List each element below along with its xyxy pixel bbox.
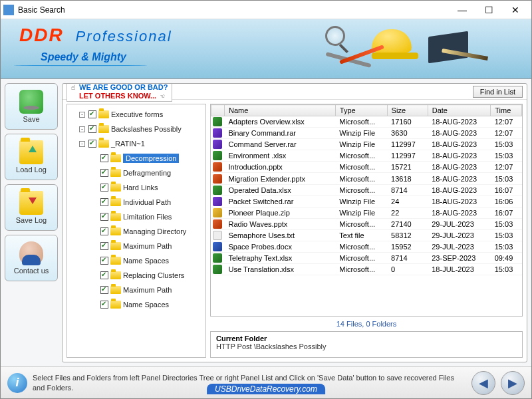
folder-icon bbox=[110, 198, 121, 206]
table-row[interactable]: Operated Data.xlsxMicrosoft...871418-AUG… bbox=[211, 184, 522, 196]
col-icon[interactable] bbox=[211, 105, 225, 116]
current-folder-title: Current Folder bbox=[216, 334, 517, 342]
folder-icon bbox=[110, 301, 121, 309]
tree-label: Decompression bbox=[123, 154, 179, 163]
close-button[interactable]: ✕ bbox=[502, 1, 529, 19]
checkbox[interactable] bbox=[100, 257, 108, 265]
tree-label: Hard Links bbox=[123, 184, 158, 192]
tree-item[interactable]: -_RATIN~1 bbox=[67, 136, 205, 151]
rating-banner[interactable]: ☝ WE ARE GOOD OR BAD? LET OTHERS KNOW...… bbox=[66, 83, 172, 102]
tree-item[interactable]: Maximum Path bbox=[67, 283, 205, 297]
tree-item[interactable]: Replacing Clusters bbox=[67, 268, 205, 283]
expand-icon[interactable]: - bbox=[79, 126, 85, 132]
tree-item[interactable]: Name Spaces bbox=[67, 253, 205, 268]
col-date[interactable]: Date bbox=[428, 105, 491, 116]
cell-type: Microsoft... bbox=[335, 173, 387, 184]
table-row[interactable]: Migration Extender.pptxMicrosoft...13618… bbox=[211, 173, 522, 184]
cell-date: 18-AUG-2023 bbox=[428, 116, 491, 128]
table-row[interactable]: Packet Switched.rarWinzip File2418-AUG-2… bbox=[211, 196, 522, 207]
cell-date: 29-JUL-2023 bbox=[428, 229, 491, 241]
tree-item[interactable]: Decompression bbox=[67, 151, 205, 166]
cell-type: Microsoft... bbox=[335, 241, 387, 253]
table-row[interactable]: Introduction.pptxMicrosoft...1572118-AUG… bbox=[211, 162, 522, 173]
table-row[interactable]: Space Probes.docxMicrosoft...1595229-JUL… bbox=[211, 241, 522, 253]
table-row[interactable]: Environment .xlsxMicrosoft...11299718-AU… bbox=[211, 150, 522, 162]
checkbox[interactable] bbox=[100, 154, 108, 162]
folder-icon bbox=[110, 242, 121, 250]
tree-item[interactable]: Individual Path bbox=[67, 195, 205, 209]
cell-time: 15:03 bbox=[491, 229, 522, 241]
checkbox[interactable] bbox=[100, 169, 108, 177]
cell-name: Command Server.rar bbox=[225, 139, 336, 150]
table-row[interactable]: Use Translation.xlsxMicrosoft...018-JUL-… bbox=[211, 264, 522, 275]
folder-icon bbox=[110, 227, 121, 235]
minimize-button[interactable]: — bbox=[449, 1, 475, 19]
expand-icon[interactable]: - bbox=[79, 141, 85, 147]
tree-item[interactable]: Managing Directory bbox=[67, 224, 205, 239]
cell-name: Space Probes.docx bbox=[225, 241, 336, 253]
table-row[interactable]: Adapters Overview.xlsxMicrosoft...171601… bbox=[211, 116, 522, 128]
split-area: -Executive forms-Backslashes Possibly-_R… bbox=[63, 100, 527, 362]
window-title: Basic Search bbox=[18, 5, 449, 15]
load-log-button[interactable]: Load Log bbox=[5, 134, 58, 180]
save-log-button[interactable]: Save Log bbox=[5, 184, 58, 231]
table-row[interactable]: Binary Command.rarWinzip File363018-AUG-… bbox=[211, 128, 522, 139]
cell-name: Migration Extender.pptx bbox=[225, 173, 336, 184]
tree-item[interactable]: Maximum Path bbox=[67, 239, 205, 253]
file-icon bbox=[213, 242, 222, 251]
checkbox[interactable] bbox=[100, 184, 108, 192]
cell-name: Pioneer Plaque.zip bbox=[225, 207, 336, 218]
checkbox[interactable] bbox=[100, 242, 108, 250]
checkbox[interactable] bbox=[88, 125, 96, 133]
file-list[interactable]: Name Type Size Date Time Adapters Overvi… bbox=[210, 104, 523, 317]
checkbox[interactable] bbox=[100, 213, 108, 221]
save-button[interactable]: Save bbox=[5, 83, 58, 130]
back-button[interactable]: ◀ bbox=[471, 371, 495, 395]
contact-us-button[interactable]: Contact us bbox=[5, 235, 58, 281]
checkbox[interactable] bbox=[100, 227, 108, 235]
table-row[interactable]: Pioneer Plaque.zipWinzip File2218-AUG-20… bbox=[211, 207, 522, 218]
cell-size: 112997 bbox=[387, 150, 428, 162]
col-size[interactable]: Size bbox=[387, 105, 428, 116]
col-type[interactable]: Type bbox=[335, 105, 387, 116]
table-row[interactable]: Teletraphy Text.xlsxMicrosoft...871423-S… bbox=[211, 253, 522, 264]
tree-label: Individual Path bbox=[123, 198, 171, 206]
cell-name: Radio Waves.pptx bbox=[225, 218, 336, 229]
tree-item[interactable]: Limitation Files bbox=[67, 209, 205, 224]
rating-line1: WE ARE GOOD OR BAD? bbox=[79, 83, 168, 91]
cell-date: 18-AUG-2023 bbox=[428, 128, 491, 139]
banner: DDR Professional Speedy & Mighty bbox=[1, 19, 531, 79]
tree-item[interactable]: Hard Links bbox=[67, 180, 205, 195]
table-row[interactable]: Semaphore Uses.txtText file5831229-JUL-2… bbox=[211, 229, 522, 241]
app-icon bbox=[3, 5, 14, 15]
table-row[interactable]: Radio Waves.pptxMicrosoft...2714029-JUL-… bbox=[211, 218, 522, 229]
checkbox[interactable] bbox=[100, 301, 108, 309]
forward-button[interactable]: ▶ bbox=[501, 371, 525, 395]
tree-item[interactable]: -Backslashes Possibly bbox=[67, 122, 205, 136]
tree-item[interactable]: Name Spaces bbox=[67, 297, 205, 312]
find-in-list-button[interactable]: Find in List bbox=[473, 86, 523, 98]
col-name[interactable]: Name bbox=[225, 105, 336, 116]
table-row[interactable]: Command Server.rarWinzip File11299718-AU… bbox=[211, 139, 522, 150]
folder-tree[interactable]: -Executive forms-Backslashes Possibly-_R… bbox=[66, 104, 206, 358]
checkbox[interactable] bbox=[88, 140, 96, 148]
col-time[interactable]: Time bbox=[491, 105, 522, 116]
expand-icon[interactable]: - bbox=[79, 112, 85, 118]
hardhat-icon bbox=[372, 29, 418, 59]
checkbox[interactable] bbox=[100, 286, 108, 294]
cell-date: 18-AUG-2023 bbox=[428, 150, 491, 162]
checkbox[interactable] bbox=[100, 198, 108, 206]
checkbox[interactable] bbox=[88, 110, 96, 118]
tree-label: Limitation Files bbox=[123, 213, 172, 221]
cell-size: 15952 bbox=[387, 241, 428, 253]
maximize-button[interactable]: ☐ bbox=[475, 1, 502, 19]
folder-icon bbox=[98, 110, 109, 118]
folder-icon bbox=[110, 169, 121, 177]
cell-time: 15:03 bbox=[491, 139, 522, 150]
cell-name: Binary Command.rar bbox=[225, 128, 336, 139]
tree-item[interactable]: -Executive forms bbox=[67, 107, 205, 122]
banner-graphic bbox=[305, 26, 505, 72]
checkbox[interactable] bbox=[100, 271, 108, 279]
tree-item[interactable]: Defragmenting bbox=[67, 166, 205, 180]
cell-date: 23-SEP-2023 bbox=[428, 253, 491, 264]
